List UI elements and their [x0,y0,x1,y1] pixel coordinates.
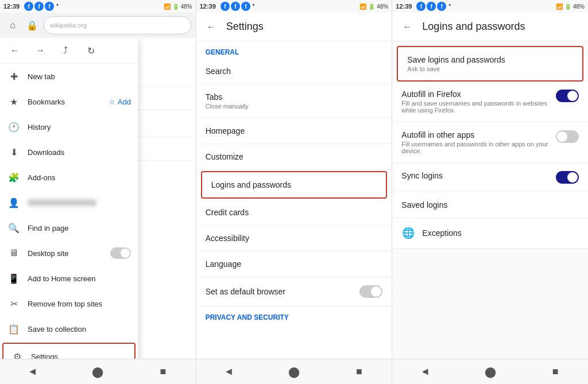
logins-item-sync[interactable]: Sync logins [392,163,588,192]
settings-item-language[interactable]: Language [196,251,392,277]
settings-back-btn[interactable]: ← [203,19,219,35]
add-bookmark-btn[interactable]: ☆ Add [109,98,131,106]
fb-icon-3: f [45,2,54,11]
globe-icon: 🌐 [401,226,415,240]
battery-icon-3: 🔋 [564,3,571,10]
settings-item-default-browser[interactable]: Set as default browser [196,277,392,307]
address-bar[interactable]: wikipedia.org [44,16,191,34]
settings-title: Settings [226,21,264,33]
autofill-other-toggle[interactable] [556,130,579,143]
logins-item-autofill-other[interactable]: Autofill in other apps Fill usernames an… [392,122,588,163]
logins-item-autofill-firefox[interactable]: Autofill in Firefox Fill and save userna… [392,82,588,122]
menu-item-bookmarks[interactable]: ★ Bookmarks ☆ Add [0,89,138,114]
autofill-firefox-label: Autofill in Firefox [401,90,551,99]
settings-item-credit-cards[interactable]: Credit cards [196,200,392,226]
addons-icon: 🧩 [7,170,21,184]
forward-menu-icon[interactable]: → [32,42,48,59]
accessibility-item-label: Accessibility [206,234,383,243]
fb-icon-6: f [241,2,250,11]
menu-item-new-tab[interactable]: ✚ New tab [0,64,138,89]
settings-item-customize[interactable]: Customize [196,144,392,170]
logins-item-exceptions[interactable]: 🌐 Exceptions [392,218,588,249]
exceptions-label: Exceptions [422,228,461,238]
home-btn-3[interactable]: ⬤ [480,362,501,382]
refresh-menu-icon[interactable]: ↻ [83,42,99,59]
back-btn-3[interactable]: ◄ [415,362,435,382]
settings-item-accessibility[interactable]: Accessibility [196,226,392,251]
bottom-nav-2: ◄ ⬤ ■ [196,359,392,384]
bottom-nav-3: ◄ ⬤ ■ [392,359,588,384]
share-menu-icon[interactable]: ⤴ [57,42,74,59]
collection-icon: 📋 [7,322,21,336]
dot-indicator: • [56,2,59,11]
status-bar-2: 12:39 f f f • 📶 🔋 48% [196,0,392,13]
settings-icon: ⚙ [10,350,24,359]
logins-title: Logins and passwords [422,21,525,33]
history-icon: 🕐 [7,120,21,134]
back-btn-1[interactable]: ◄ [22,362,43,382]
fb-icon-5: f [231,2,240,11]
menu-item-history[interactable]: 🕐 History [0,114,138,139]
menu-item-settings[interactable]: ⚙ Settings [2,343,136,359]
homescreen-label: Add to Home screen [28,274,131,283]
logins-back-btn[interactable]: ← [399,19,415,35]
sync-logins-toggle[interactable] [556,171,579,184]
saved-logins-label: Saved logins [401,200,579,210]
menu-item-collection[interactable]: 📋 Save to collection [0,316,138,342]
collection-label: Save to collection [28,325,131,333]
history-label: History [28,123,131,131]
menu-item-blurred: 👤 [0,190,138,215]
settings-item-homepage[interactable]: Homepage [196,118,392,144]
settings-item-search[interactable]: Search [196,59,392,84]
lock-nav-icon[interactable]: 🔒 [24,17,40,33]
autofill-other-text: Autofill in other apps Fill usernames an… [401,130,556,154]
menu-item-homescreen[interactable]: 📱 Add to Home screen [0,266,138,291]
settings-section-privacy: Privacy and security [196,307,392,324]
default-browser-label: Set as default browser [206,287,285,296]
credit-cards-item-label: Credit cards [206,208,383,217]
find-label: Find in page [28,224,131,232]
customize-item-label: Customize [206,152,383,161]
status-time-1: 12:39 [3,3,20,10]
addons-label: Add-ons [28,173,131,182]
menu-item-find[interactable]: 🔍 Find in page [0,215,138,241]
menu-item-desktop[interactable]: 🖥 Desktop site [0,241,138,266]
desktop-toggle[interactable] [110,247,131,259]
home-btn-2[interactable]: ⬤ [284,362,304,382]
battery-percent-3: 48% [573,3,585,10]
default-browser-toggle[interactable] [359,285,382,298]
logins-header: ← Logins and passwords [392,13,588,41]
home-btn-1[interactable]: ⬤ [87,362,108,382]
homescreen-icon: 📱 [7,271,21,285]
home-nav-icon[interactable]: ⌂ [5,17,21,33]
fb-icon-2: f [34,2,44,11]
remove-icon: ✂ [7,297,21,311]
signal-icon-3: 📶 [556,3,563,10]
browser-nav-1: ⌂ 🔒 wikipedia.org [0,13,196,38]
settings-item-logins[interactable]: Logins and passwords [201,171,388,199]
status-bar-1: 12:39 f f f • 📶 🔋 48% [0,0,196,13]
autofill-firefox-text: Autofill in Firefox Fill and save userna… [401,90,556,114]
fb-icon-1: f [24,2,33,11]
recent-btn-3[interactable]: ■ [545,362,566,382]
menu-item-downloads[interactable]: ⬇ Downloads [0,139,138,165]
menu-item-addons[interactable]: 🧩 Add-ons [0,165,138,190]
panel-settings: 12:39 f f f • 📶 🔋 48% ← Settings General… [196,0,393,384]
recent-btn-2[interactable]: ■ [349,362,370,382]
logins-item-saved[interactable]: Saved logins [392,192,588,218]
autofill-firefox-toggle[interactable] [556,90,579,102]
fb-icon-7: f [416,2,425,11]
save-logins-sub: Ask to save [407,65,573,72]
recent-btn-1[interactable]: ■ [153,362,173,382]
logins-item-label: Logins and passwords [211,180,377,189]
save-logins-label: Save logins and passwords [407,55,573,64]
back-btn-2[interactable]: ◄ [218,362,239,382]
back-menu-icon[interactable]: ← [7,42,23,59]
logins-item-save[interactable]: Save logins and passwords Ask to save [397,46,583,82]
homepage-item-label: Homepage [206,126,383,135]
menu-item-remove[interactable]: ✂ Remove from top sites [0,291,138,316]
settings-item-tabs[interactable]: Tabs Close manually [196,84,392,118]
blurred-icon: 👤 [7,196,21,210]
status-icons-3: 📶 🔋 48% [556,3,585,10]
bookmarks-label: Bookmarks [28,98,102,106]
